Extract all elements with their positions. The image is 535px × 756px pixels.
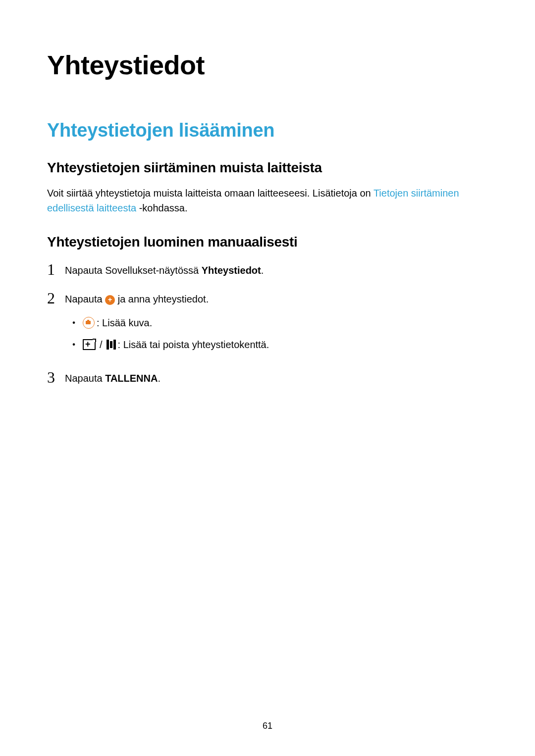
camera-icon <box>83 317 95 329</box>
steps-list: 1 Napauta Sovellukset-näytössä Yhteystie… <box>47 260 488 388</box>
sub-item-add-remove-field: • / : Lisää tai poista yhteystietokenttä… <box>65 337 488 352</box>
slash-separator: / <box>100 337 103 352</box>
step-1: 1 Napauta Sovellukset-näytössä Yhteystie… <box>47 260 488 280</box>
sub-item-add-image: • : Lisää kuva. <box>65 315 488 330</box>
remove-field-icon <box>107 340 116 350</box>
sub-text: : Lisää kuva. <box>97 315 152 330</box>
section-heading-adding-contacts: Yhteystietojen lisääminen <box>47 120 488 141</box>
step-text-post: . <box>261 265 264 276</box>
step-body: Napauta Sovellukset-näytössä Yhteystiedo… <box>65 260 488 278</box>
step-number: 2 <box>47 290 65 306</box>
subsection-heading-transfer: Yhteystietojen siirtäminen muista laitte… <box>47 160 488 176</box>
step-text-post: ja anna yhteystiedot. <box>118 294 209 304</box>
step-body: Napauta ja anna yhteystiedot. • : Lisää … <box>65 289 488 359</box>
step-number: 3 <box>47 369 65 385</box>
step-number: 1 <box>47 261 65 277</box>
step-text-pre: Napauta <box>65 373 105 384</box>
page-title: Yhteystiedot <box>47 50 488 80</box>
sub-list: • : Lisää kuva. • / <box>65 315 488 352</box>
add-field-icon <box>83 339 96 350</box>
step-text-bold: TALLENNA <box>105 373 158 384</box>
step-3: 3 Napauta TALLENNA. <box>47 368 488 388</box>
bullet-dot: • <box>65 337 83 351</box>
step-text-bold: Yhteystiedot <box>202 265 261 276</box>
page-number: 61 <box>0 721 535 731</box>
bullet-dot: • <box>65 315 83 329</box>
para-text-post: -kohdassa. <box>136 202 187 213</box>
page-content: Yhteystiedot Yhteystietojen lisääminen Y… <box>0 0 535 388</box>
subsection-heading-manual: Yhteystietojen luominen manuaalisesti <box>47 234 488 250</box>
step-text-pre: Napauta Sovellukset-näytössä <box>65 265 202 276</box>
step-2: 2 Napauta ja anna yhteystiedot. • : Lisä… <box>47 289 488 359</box>
add-contact-icon <box>105 295 115 305</box>
step-text-post: . <box>158 373 160 384</box>
sub-text: : Lisää tai poista yhteystietokenttä. <box>118 337 269 352</box>
step-body: Napauta TALLENNA. <box>65 368 488 386</box>
step-text-pre: Napauta <box>65 294 105 304</box>
para-text-pre: Voit siirtää yhteystietoja muista laitte… <box>47 188 374 199</box>
paragraph-transfer: Voit siirtää yhteystietoja muista laitte… <box>47 186 488 215</box>
